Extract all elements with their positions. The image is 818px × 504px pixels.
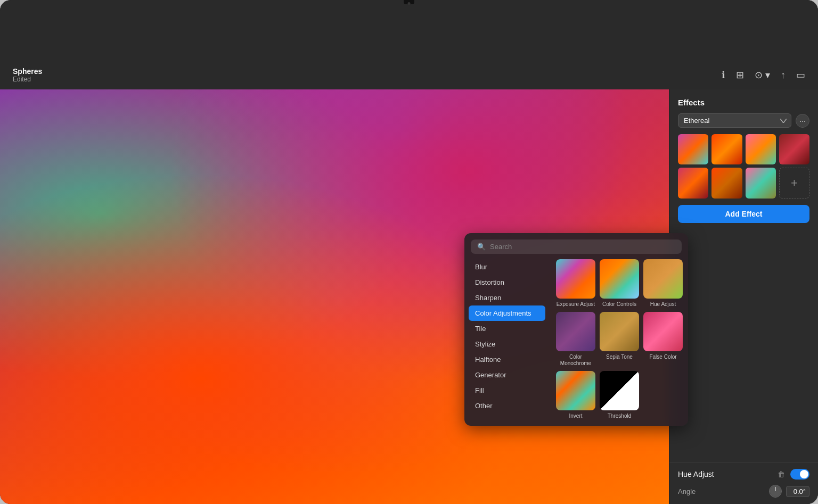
info-button[interactable]: ℹ — [722, 69, 725, 81]
app-title-name: Spheres — [13, 67, 42, 76]
effect-thumb-hue-adjust — [643, 259, 683, 299]
add-thumbnail-button[interactable]: + — [779, 168, 809, 198]
search-icon: 🔍 — [477, 243, 486, 251]
effect-label-color-mono: Color Monochrome — [556, 354, 595, 367]
angle-control: 0.0° — [769, 485, 809, 498]
thumbnail-1[interactable] — [678, 134, 708, 164]
thumbnails-row-2: + — [678, 168, 809, 198]
thumbnail-2[interactable] — [711, 134, 742, 164]
category-sharpen[interactable]: Sharpen — [469, 290, 545, 305]
thumbnail-4[interactable] — [779, 134, 809, 164]
effect-label-color-controls: Color Controls — [602, 301, 636, 308]
category-other[interactable]: Other — [469, 398, 545, 414]
effects-dropdown-row: Ethereal ··· — [678, 113, 809, 128]
app-title-group: Spheres Edited — [13, 67, 42, 83]
effect-color-controls[interactable]: Color Controls — [600, 259, 639, 308]
app-subtitle: Edited — [13, 76, 42, 83]
effect-sepia-tone[interactable]: Sepia Tone — [600, 312, 639, 367]
effect-label-false-color: False Color — [649, 354, 676, 360]
effect-label-exposure: Exposure Adjust — [557, 301, 595, 308]
hue-adjust-actions: 🗑 — [778, 469, 809, 480]
category-halftone[interactable]: Halftone — [469, 352, 545, 367]
category-color-adjustments[interactable]: Color Adjustments — [469, 305, 545, 321]
angle-label: Angle — [678, 488, 696, 495]
hue-adjust-header: Hue Adjust 🗑 — [678, 469, 809, 480]
effect-invert[interactable]: Invert — [556, 371, 595, 419]
toolbar-icons: ℹ ⊞ ⊙ ▾ ↑ ▭ — [722, 69, 805, 81]
effect-threshold[interactable]: Threshold — [600, 371, 639, 419]
search-bar: 🔍 — [471, 239, 682, 254]
angle-value: 0.0° — [786, 486, 809, 497]
crop-button[interactable]: ⊞ — [736, 69, 744, 81]
thumbnail-7[interactable] — [746, 168, 776, 198]
search-input[interactable] — [490, 243, 675, 251]
title-bar: Spheres Edited ℹ ⊞ ⊙ ▾ ↑ ▭ — [0, 0, 818, 89]
thumbnail-5[interactable] — [678, 168, 708, 198]
hue-adjust-toggle[interactable] — [790, 469, 809, 480]
category-stylize[interactable]: Stylize — [469, 336, 545, 352]
category-tile[interactable]: Tile — [469, 321, 545, 336]
effect-hue-adjust[interactable]: Hue Adjust — [643, 259, 683, 308]
effects-grid: Exposure Adjust Color Controls Hue Adjus… — [550, 259, 689, 419]
angle-row: Angle 0.0° — [678, 485, 809, 498]
category-blur[interactable]: Blur — [469, 259, 545, 275]
effect-thumb-sepia — [600, 312, 639, 351]
effect-thumb-threshold — [600, 371, 639, 410]
effect-thumb-invert — [556, 371, 595, 410]
hue-adjust-title: Hue Adjust — [678, 470, 714, 478]
effect-label-invert: Invert — [569, 413, 582, 419]
share-button[interactable]: ↑ — [781, 70, 786, 81]
laptop-frame: Spheres Edited ℹ ⊞ ⊙ ▾ ↑ ▭ Effects — [0, 0, 818, 504]
effects-dropdown[interactable]: Ethereal — [678, 113, 791, 128]
effect-exposure-adjust[interactable]: Exposure Adjust — [556, 259, 595, 308]
webcam — [408, 2, 411, 5]
effects-section: Effects Ethereal ··· — [669, 89, 818, 232]
effect-label-hue-adjust: Hue Adjust — [650, 301, 676, 308]
effect-thumb-color-controls — [600, 259, 639, 299]
main-area: Effects Ethereal ··· — [0, 89, 818, 504]
category-generator[interactable]: Generator — [469, 367, 545, 383]
add-effect-button[interactable]: Add Effect — [678, 205, 809, 223]
effects-more-button[interactable]: ··· — [796, 114, 809, 128]
effect-label-sepia: Sepia Tone — [606, 354, 633, 360]
effect-color-monochrome[interactable]: Color Monochrome — [556, 312, 595, 367]
thumbnail-3[interactable] — [746, 134, 776, 164]
category-distortion[interactable]: Distortion — [469, 275, 545, 290]
effect-label-threshold: Threshold — [608, 413, 631, 419]
hue-adjust-section: Hue Adjust 🗑 Angle 0.0° — [669, 462, 818, 504]
thumbnails-row-1 — [678, 134, 809, 164]
popup-layout: Blur Distortion Sharpen Color Adjustment… — [464, 259, 688, 419]
effects-title: Effects — [678, 98, 809, 107]
category-fill[interactable]: Fill — [469, 383, 545, 398]
effects-dropdown-popup: 🔍 Blur Distortion Sharpen Color Adjustme… — [464, 233, 688, 426]
thumbnail-6[interactable] — [711, 168, 742, 198]
adjust-button[interactable]: ⊙ ▾ — [755, 69, 770, 81]
effect-thumb-exposure — [556, 259, 595, 299]
effect-false-color[interactable]: False Color — [643, 312, 683, 367]
right-panel: Effects Ethereal ··· — [669, 89, 818, 504]
effect-thumb-false-color — [643, 312, 683, 351]
angle-dial[interactable] — [769, 485, 782, 498]
view-button[interactable]: ▭ — [796, 69, 805, 81]
delete-effect-button[interactable]: 🗑 — [778, 470, 785, 478]
effect-thumb-color-mono — [556, 312, 595, 351]
popup-category-list: Blur Distortion Sharpen Color Adjustment… — [464, 259, 550, 419]
